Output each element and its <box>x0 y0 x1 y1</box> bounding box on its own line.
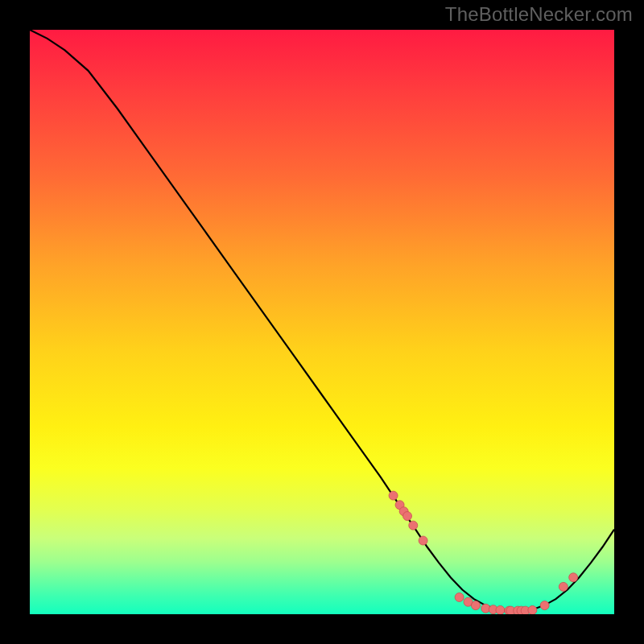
data-marker <box>409 521 418 530</box>
data-markers <box>389 491 578 614</box>
plot-area <box>30 30 614 614</box>
data-marker <box>496 605 505 614</box>
data-marker <box>569 573 578 582</box>
data-marker <box>540 601 549 610</box>
bottleneck-curve <box>30 30 614 611</box>
data-marker <box>528 605 537 614</box>
data-marker <box>455 592 464 601</box>
chart-svg <box>30 30 614 614</box>
data-marker <box>389 491 398 500</box>
watermark-text: TheBottleNecker.com <box>445 3 633 26</box>
data-marker <box>419 536 427 545</box>
data-marker <box>403 512 412 521</box>
data-marker <box>471 601 480 610</box>
data-marker <box>559 582 568 591</box>
chart-frame: TheBottleNecker.com <box>0 0 644 644</box>
